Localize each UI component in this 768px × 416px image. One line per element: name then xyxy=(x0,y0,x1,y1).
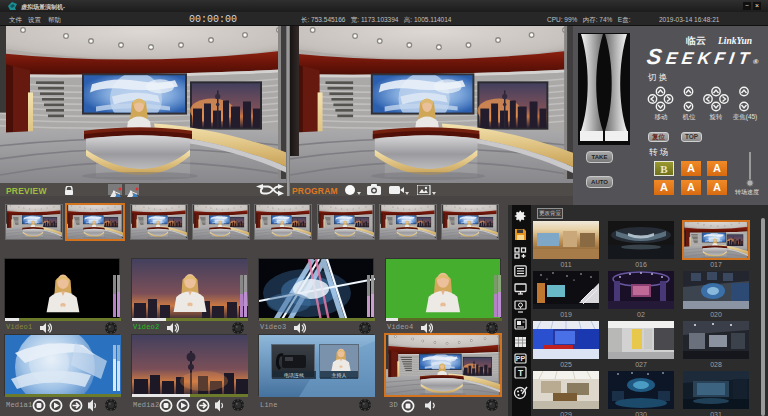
svg-text:T: T xyxy=(518,368,524,378)
svg-text:PP: PP xyxy=(516,355,526,362)
svg-text:电话连线: 电话连线 xyxy=(284,372,304,378)
